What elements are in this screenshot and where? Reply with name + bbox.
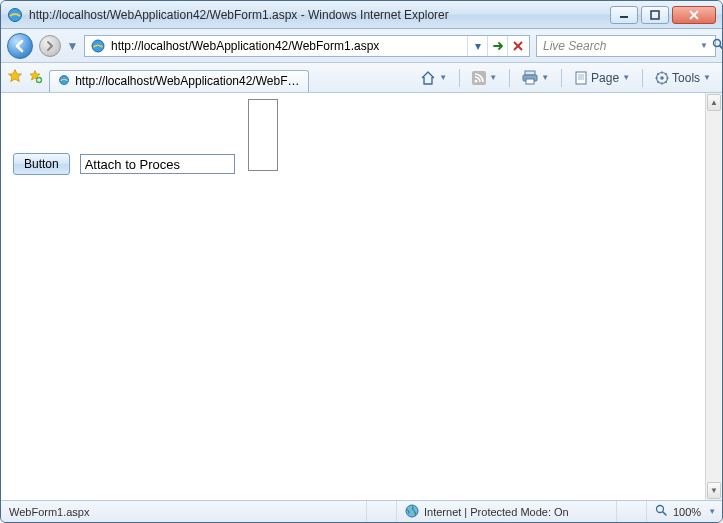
svg-rect-18 — [526, 79, 534, 84]
svg-point-24 — [660, 76, 664, 80]
url-input[interactable] — [109, 37, 467, 55]
zoom-value: 100% — [673, 506, 701, 518]
title-bar: http://localhost/WebApplication42/WebFor… — [1, 1, 722, 29]
status-left: WebForm1.aspx — [1, 501, 367, 522]
nav-history-dropdown[interactable]: ▼ — [67, 33, 78, 59]
svg-line-31 — [665, 73, 666, 74]
search-input[interactable] — [541, 38, 696, 54]
back-button[interactable] — [7, 33, 33, 59]
window-title: http://localhost/WebApplication42/WebFor… — [29, 8, 604, 22]
submit-button[interactable]: Button — [13, 153, 70, 175]
browser-tab[interactable]: http://localhost/WebApplication42/WebFor… — [49, 70, 309, 92]
scroll-track[interactable] — [706, 112, 722, 481]
tab-page-icon — [58, 74, 70, 88]
page-icon — [90, 38, 106, 54]
maximize-button[interactable] — [641, 6, 669, 24]
globe-icon — [405, 504, 419, 520]
tools-menu-label: Tools — [672, 71, 700, 85]
tools-menu[interactable]: Tools ▼ — [650, 67, 716, 89]
forward-button[interactable] — [39, 35, 61, 57]
refresh-go-button[interactable] — [487, 36, 507, 56]
textbox-input[interactable] — [80, 154, 235, 174]
feeds-button[interactable]: ▼ — [467, 67, 502, 89]
status-bar: WebForm1.aspx Internet | Protected Mode:… — [1, 500, 722, 522]
web-page: Button — [1, 93, 705, 500]
stop-button[interactable] — [507, 36, 527, 56]
svg-point-15 — [475, 79, 478, 82]
svg-line-29 — [657, 73, 658, 74]
toolbar-cluster: ▼ ▼ ▼ Page ▼ Tools ▼ — [415, 67, 716, 89]
favorites-group — [7, 68, 43, 87]
zoom-icon — [655, 504, 668, 519]
page-menu-label: Page — [591, 71, 619, 85]
search-dropdown[interactable]: ▼ — [700, 41, 708, 50]
svg-rect-16 — [525, 71, 535, 75]
add-favorite-icon[interactable] — [27, 68, 43, 87]
browser-window: http://localhost/WebApplication42/WebFor… — [0, 0, 723, 523]
vertical-scrollbar[interactable]: ▲ ▼ — [705, 93, 722, 500]
listbox-control[interactable] — [248, 99, 278, 171]
minimize-button[interactable] — [610, 6, 638, 24]
home-button[interactable]: ▼ — [415, 67, 452, 89]
address-bar: ▼ ▾ ▼ — [1, 29, 722, 63]
favorites-icon[interactable] — [7, 68, 23, 87]
zoom-control[interactable]: 100% ▼ — [647, 501, 722, 522]
status-empty-2 — [617, 501, 647, 522]
svg-line-32 — [657, 81, 658, 82]
svg-rect-19 — [576, 72, 586, 84]
status-empty-1 — [367, 501, 397, 522]
page-menu[interactable]: Page ▼ — [569, 67, 635, 89]
ie-icon — [7, 7, 23, 23]
command-bar: http://localhost/WebApplication42/WebFor… — [1, 63, 722, 93]
url-field-group: ▾ — [84, 35, 530, 57]
scroll-down-icon[interactable]: ▼ — [707, 482, 721, 499]
close-button[interactable] — [672, 6, 716, 24]
svg-rect-2 — [651, 11, 659, 19]
svg-line-9 — [720, 46, 723, 49]
print-button[interactable]: ▼ — [517, 67, 554, 89]
url-dropdown[interactable]: ▾ — [467, 36, 487, 56]
svg-line-30 — [665, 81, 666, 82]
form-row: Button — [13, 153, 235, 175]
search-field-group: ▼ — [536, 35, 716, 57]
status-text: WebForm1.aspx — [9, 506, 90, 518]
search-icon[interactable] — [712, 38, 723, 54]
scroll-up-icon[interactable]: ▲ — [707, 94, 721, 111]
content-area: Button ▲ ▼ — [1, 93, 722, 500]
window-buttons — [610, 6, 716, 24]
svg-line-35 — [663, 512, 666, 515]
zoom-dropdown-icon[interactable]: ▼ — [708, 507, 716, 516]
status-zone-text: Internet | Protected Mode: On — [424, 506, 569, 518]
svg-point-33 — [406, 505, 418, 517]
tab-label: http://localhost/WebApplication42/WebFor… — [75, 74, 300, 88]
status-zone: Internet | Protected Mode: On — [397, 501, 617, 522]
